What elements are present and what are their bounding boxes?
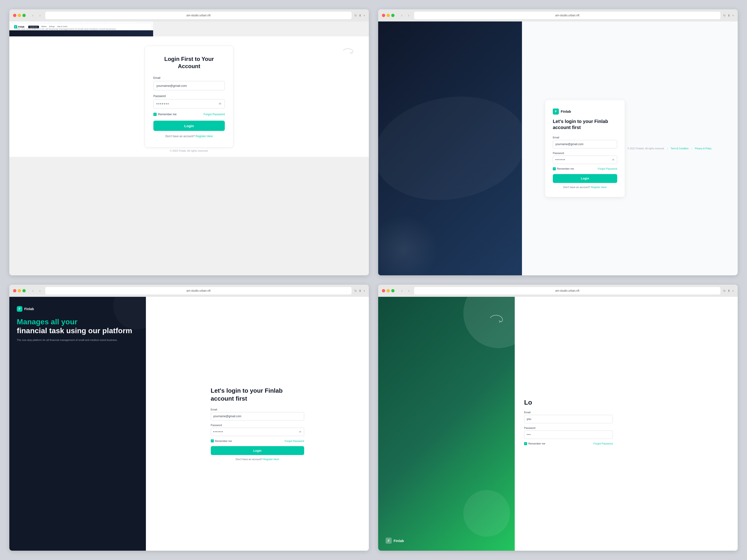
- dark-email-label: Email: [553, 136, 617, 139]
- dark-login-card: F Finlab Let's login to your Finlab acco…: [545, 100, 625, 197]
- mobile-register-link: Don't have an account? Register Here: [211, 458, 304, 461]
- mobile-logo-icon: F: [17, 306, 22, 312]
- browser-actions-2: ↻ ⬆ +: [723, 14, 734, 17]
- share-icon-4[interactable]: ⬆: [728, 289, 730, 293]
- green-arrow-deco: [487, 311, 506, 330]
- mobile-email-label: Email: [211, 408, 304, 411]
- browser-toolbar-1: ‹ › am-studio.urban.nft ↻ ⬆ +: [9, 9, 369, 22]
- back-btn-3[interactable]: ‹: [30, 288, 35, 293]
- green-forgot-link[interactable]: Forgot Password: [593, 442, 613, 445]
- green-login-form: Lo Email you Password •••: [524, 399, 613, 449]
- dark-login-btn[interactable]: Login: [553, 174, 617, 183]
- minimize-dot-2[interactable]: [387, 14, 390, 17]
- refresh-icon-3[interactable]: ↻: [354, 289, 357, 293]
- maximize-dot-3[interactable]: [22, 289, 26, 292]
- back-button[interactable]: ‹: [30, 13, 35, 18]
- refresh-icon-4[interactable]: ↻: [723, 289, 726, 293]
- mobile-dark-left: F Finlab Manages all your financial task…: [9, 297, 146, 551]
- close-dot-4[interactable]: [382, 289, 385, 292]
- share-icon-3[interactable]: ⬆: [359, 289, 361, 293]
- mobile-forgot-link[interactable]: Forgot Password: [285, 439, 304, 443]
- back-btn-2[interactable]: ‹: [399, 13, 404, 18]
- login-button-1[interactable]: Login: [153, 121, 225, 131]
- eye-icon-2[interactable]: 👁: [612, 158, 615, 161]
- dark-password-input[interactable]: ••••••• 👁: [553, 156, 617, 164]
- dark-title: Let's login to your Finlab account first: [553, 118, 617, 130]
- browser-nav-4: ‹ ›: [399, 288, 411, 293]
- email-input-1[interactable]: yourname@gmail.com: [153, 81, 225, 90]
- back-btn-4[interactable]: ‹: [399, 288, 404, 293]
- window-controls-4: [382, 289, 394, 292]
- address-bar-3[interactable]: am-studio.urban.nft: [45, 287, 352, 294]
- close-dot-3[interactable]: [13, 289, 16, 292]
- browser-nav-1: ‹ ›: [30, 13, 43, 18]
- forward-btn-3[interactable]: ›: [37, 288, 43, 293]
- password-input-1[interactable]: ••••••• 👁: [153, 99, 225, 108]
- green-password-input[interactable]: •••: [524, 430, 613, 439]
- maximize-dot-4[interactable]: [391, 289, 394, 292]
- forgot-password-link-1[interactable]: Forgot Password: [204, 113, 225, 116]
- eye-icon-1[interactable]: 👁: [218, 102, 222, 106]
- window-controls-2: [382, 14, 394, 17]
- mobile-tagline-white: financial task using our platform: [17, 326, 138, 335]
- register-link-1: Don't have an account? Register Here: [153, 135, 225, 138]
- dark-forgot-link[interactable]: Forgot Password: [598, 167, 617, 170]
- form-footer-1: ✓ Remember me Forgot Password: [153, 113, 225, 116]
- minimize-dot-3[interactable]: [18, 289, 21, 292]
- mobile-register-here[interactable]: Register Here: [263, 458, 279, 461]
- privacy-link[interactable]: Privacy & Policy: [695, 147, 712, 150]
- maximize-dot-2[interactable]: [391, 14, 394, 17]
- remember-me-1: ✓ Remember me: [153, 113, 177, 116]
- browser-toolbar-2: ‹ › am-studio.urban.nft ↻ ⬆ +: [378, 9, 738, 22]
- mobile-password-input[interactable]: ••••••• 👁: [211, 428, 304, 436]
- forward-button[interactable]: ›: [37, 13, 43, 18]
- remember-checkbox-1[interactable]: ✓: [153, 113, 157, 116]
- mobile-email-group: Email yourname@gmail.com: [211, 408, 304, 421]
- minimize-dot[interactable]: [18, 14, 21, 17]
- eye-icon-3[interactable]: 👁: [299, 430, 302, 433]
- maximize-dot[interactable]: [22, 14, 26, 17]
- dark-email-group: Email yourname@gmail.com: [553, 136, 617, 149]
- green-password-group: Password •••: [524, 427, 613, 439]
- green-email-input[interactable]: you: [524, 415, 613, 423]
- mobile-login-btn[interactable]: Login: [211, 446, 304, 455]
- dark-form-footer: ✓ Remember me Forgot Password: [553, 167, 617, 170]
- dark-password-label: Password: [553, 152, 617, 155]
- browser-window-3: ‹ › am-studio.urban.nft ↻ ⬆ + F Finlab M…: [9, 285, 369, 551]
- mobile-remember-checkbox[interactable]: ✓: [211, 439, 214, 443]
- green-right-panel: Lo Email you Password •••: [515, 297, 738, 551]
- add-tab-icon-2[interactable]: +: [732, 14, 734, 17]
- dark-email-input[interactable]: yourname@gmail.com: [553, 140, 617, 149]
- mobile-email-input[interactable]: yourname@gmail.com: [211, 412, 304, 421]
- browser-actions-1: ↻ ⬆ +: [354, 14, 365, 17]
- minimize-dot-4[interactable]: [387, 289, 390, 292]
- refresh-icon[interactable]: ↻: [354, 14, 357, 17]
- login-card-1: Login First to Your Account Email yourna…: [145, 46, 233, 148]
- add-tab-icon-4[interactable]: +: [732, 289, 734, 293]
- refresh-icon-2[interactable]: ↻: [723, 14, 726, 17]
- mobile-password-group: Password ••••••• 👁: [211, 424, 304, 436]
- address-bar-4[interactable]: am-studio.urban.nft: [414, 287, 720, 294]
- mobile-logo-text: Finlab: [24, 307, 34, 311]
- green-remember-checkbox[interactable]: ✓: [524, 442, 527, 445]
- close-dot[interactable]: [13, 14, 16, 17]
- brand-section-1: F Finlab Let's empower your financial ta…: [9, 22, 153, 36]
- dark-register-here[interactable]: Register Here: [591, 186, 607, 189]
- address-bar-2[interactable]: am-studio.urban.nft: [414, 12, 720, 19]
- forward-btn-4[interactable]: ›: [406, 288, 411, 293]
- add-tab-icon[interactable]: +: [363, 14, 365, 17]
- mobile-tagline: Manages all your financial task using ou…: [17, 317, 138, 342]
- forward-btn-2[interactable]: ›: [406, 13, 411, 18]
- share-icon-2[interactable]: ⬆: [728, 14, 730, 17]
- register-here-link-1[interactable]: Register Here: [196, 135, 213, 138]
- address-text: am-studio.urban.nft: [186, 14, 211, 17]
- address-bar-1[interactable]: am-studio.urban.nft: [45, 12, 352, 19]
- share-icon[interactable]: ⬆: [359, 14, 361, 17]
- browser-actions-4: ↻ ⬆ +: [723, 289, 734, 293]
- dark-logo-text: Finlab: [561, 109, 571, 113]
- dark-remember-checkbox[interactable]: ✓: [553, 167, 556, 170]
- add-tab-icon-3[interactable]: +: [363, 289, 365, 293]
- window-controls-1: [13, 14, 26, 17]
- close-dot-2[interactable]: [382, 14, 385, 17]
- term-link[interactable]: Term & Condition: [671, 147, 689, 150]
